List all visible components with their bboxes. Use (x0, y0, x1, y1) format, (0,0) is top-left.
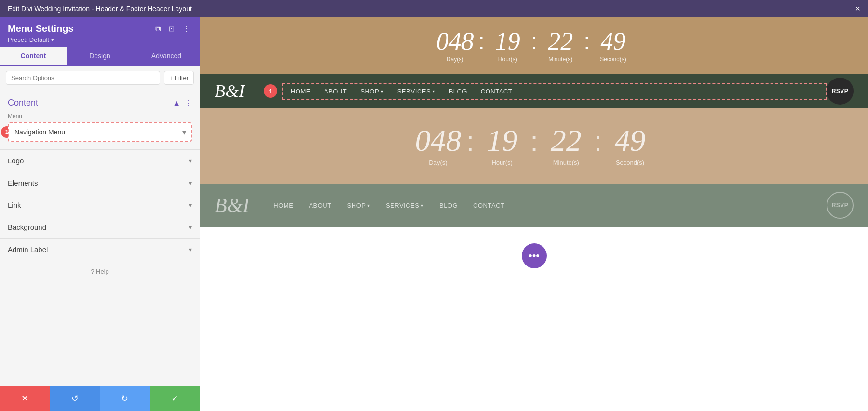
save-button[interactable]: ✓ (150, 386, 200, 411)
admin-label-arrow-icon: ▾ (189, 246, 192, 253)
menu-select[interactable]: Navigation Menu (9, 123, 191, 141)
more-icon[interactable]: ⋮ (180, 23, 192, 34)
sep2-2: : (530, 125, 538, 156)
countdown-middle: 048 Day(s) : 19 Hour(s) : 22 Minute(s) :… (414, 125, 654, 166)
close-button[interactable]: × (855, 4, 860, 13)
panel-header-icons: ⧉ ⊡ ⋮ (153, 23, 192, 34)
countdown2-minutes-num: 22 (542, 125, 590, 156)
menu-group: Menu 1 Navigation Menu ▾ (0, 113, 200, 149)
collapsible-logo[interactable]: Logo ▾ (0, 149, 200, 172)
line-left (219, 46, 306, 46)
nav2-about[interactable]: ABOUT (309, 202, 331, 209)
nav1-items: HOME ABOUT SHOP ▾ SERVICES ▾ BLOG CONTAC (282, 83, 827, 100)
search-input[interactable] (6, 71, 160, 85)
preset-arrow-icon[interactable]: ▾ (51, 37, 54, 43)
countdown-top: 048 Day(s) : 19 Hour(s) : 22 Minute(s) :… (435, 29, 632, 63)
nav2-blog[interactable]: BLOG (439, 202, 458, 209)
preset-label: Preset: Default (8, 36, 49, 43)
right-preview: 048 Day(s) : 19 Hour(s) : 22 Minute(s) :… (200, 17, 868, 411)
sep2: : (531, 29, 537, 53)
panel-title: Menu Settings (8, 23, 74, 34)
countdown2-hours: 19 Hour(s) (478, 125, 526, 166)
sep2-3: : (594, 125, 602, 156)
content-section-title: Content (8, 98, 38, 108)
undo-button[interactable]: ↺ (50, 386, 100, 411)
countdown-days: 048 Day(s) (435, 29, 474, 63)
menu-label: Menu (8, 113, 192, 119)
nav1-blog[interactable]: BLOG (449, 88, 467, 95)
nav2-home[interactable]: HOME (273, 202, 293, 209)
tab-content[interactable]: Content (0, 47, 67, 66)
countdown2-hours-label: Hour(s) (478, 159, 526, 166)
tabs-row: Content Design Advanced (0, 47, 200, 66)
nav2-rsvp[interactable]: RSVP (827, 192, 854, 219)
preview-section-4: ••• (200, 227, 868, 285)
panel-header: Menu Settings ⧉ ⊡ ⋮ Preset: Default ▾ (0, 17, 200, 47)
logo-label: Logo (8, 157, 24, 165)
copy-icon[interactable]: ⧉ (153, 24, 163, 34)
countdown2-minutes-label: Minute(s) (542, 159, 590, 166)
title-bar-title: Edit Divi Wedding Invitation - Header & … (8, 5, 192, 13)
logo-arrow-icon: ▾ (189, 157, 192, 165)
collapsible-background[interactable]: Background ▾ (0, 216, 200, 238)
nav1-contact[interactable]: CONTACT (481, 88, 512, 95)
countdown-seconds-num: 49 (594, 29, 633, 54)
countdown-seconds-label: Second(s) (594, 56, 633, 63)
admin-label-label: Admin Label (8, 245, 48, 253)
preview-section-2: 048 Day(s) : 19 Hour(s) : 22 Minute(s) :… (200, 108, 868, 184)
redo-button[interactable]: ↻ (100, 386, 150, 411)
cancel-button[interactable]: ✕ (0, 386, 50, 411)
background-label: Background (8, 223, 46, 231)
nav1-badge: 1 (264, 84, 277, 98)
nav2-services[interactable]: SERVICES ▾ (386, 202, 424, 209)
nav1-logo: B&I (215, 81, 244, 101)
floating-action-button[interactable]: ••• (522, 243, 547, 268)
tab-advanced[interactable]: Advanced (133, 47, 200, 66)
nav1-home[interactable]: HOME (291, 88, 311, 95)
collapsible-admin-label[interactable]: Admin Label ▾ (0, 238, 200, 260)
nav2-contact[interactable]: CONTACT (473, 202, 504, 209)
preview-section-3: B&I HOME ABOUT SHOP ▾ SERVICES ▾ BLOG (200, 184, 868, 227)
left-panel: Menu Settings ⧉ ⊡ ⋮ Preset: Default ▾ Co… (0, 17, 200, 411)
countdown2-seconds: 49 Second(s) (606, 125, 654, 166)
collapse-icon[interactable]: ▲ (173, 99, 180, 107)
shop-arrow-icon: ▾ (381, 89, 384, 94)
help-row[interactable]: ? Help (0, 260, 200, 283)
content-section-header: Content ▲ ⋮ (0, 90, 200, 113)
background-arrow-icon: ▾ (189, 224, 192, 231)
preset-row: Preset: Default ▾ (8, 36, 192, 43)
countdown-minutes: 22 Minute(s) (541, 29, 580, 63)
countdown-seconds: 49 Second(s) (594, 29, 633, 63)
help-label: ? Help (91, 268, 109, 275)
sep2-1: : (466, 125, 474, 156)
split-icon[interactable]: ⊡ (166, 23, 176, 34)
menu-select-container: 1 Navigation Menu ▾ (8, 122, 192, 142)
section-more-icon[interactable]: ⋮ (184, 98, 192, 107)
sep3: : (583, 29, 590, 53)
nav2-items: HOME ABOUT SHOP ▾ SERVICES ▾ BLOG CONTAC (273, 202, 504, 209)
preview-section-1: 048 Day(s) : 19 Hour(s) : 22 Minute(s) :… (200, 17, 868, 74)
countdown-days-label: Day(s) (435, 56, 474, 63)
link-label: Link (8, 201, 21, 209)
collapsible-link[interactable]: Link ▾ (0, 194, 200, 216)
nav1-rsvp[interactable]: RSVP (827, 78, 854, 105)
nav2-shop-arrow-icon: ▾ (367, 203, 370, 208)
preview-nav-1: B&I 1 HOME ABOUT SHOP ▾ SERVICES ▾ B (200, 74, 868, 108)
section-header-icons: ▲ ⋮ (173, 98, 192, 107)
nav2-shop[interactable]: SHOP ▾ (347, 202, 370, 209)
countdown-minutes-label: Minute(s) (541, 56, 580, 63)
nav2-logo: B&I (215, 194, 249, 217)
countdown2-hours-num: 19 (478, 125, 526, 156)
countdown2-minutes: 22 Minute(s) (542, 125, 590, 166)
tab-design[interactable]: Design (67, 47, 133, 66)
line-right (762, 46, 849, 46)
search-row: + Filter (0, 66, 200, 90)
elements-label: Elements (8, 179, 38, 187)
sep1: : (478, 29, 484, 53)
filter-button[interactable]: + Filter (164, 71, 194, 85)
collapsible-elements[interactable]: Elements ▾ (0, 172, 200, 194)
nav1-services[interactable]: SERVICES ▾ (397, 88, 435, 95)
countdown2-seconds-label: Second(s) (606, 159, 654, 166)
nav1-about[interactable]: ABOUT (324, 88, 347, 95)
nav1-shop[interactable]: SHOP ▾ (360, 88, 383, 95)
